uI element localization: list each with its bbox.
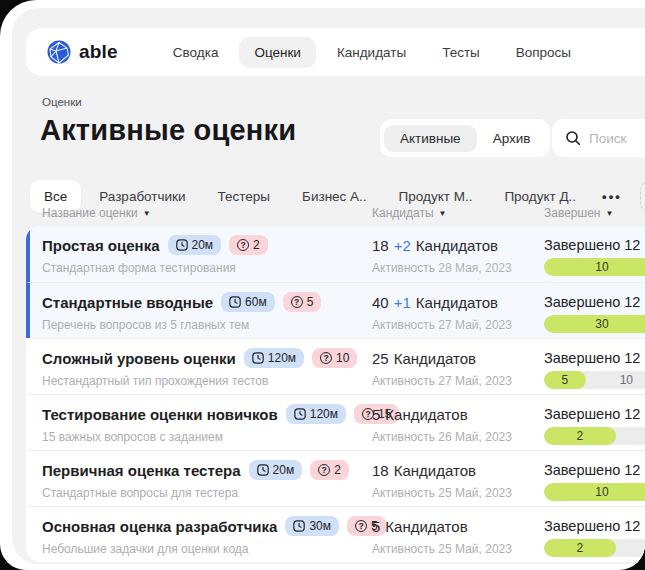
brand-name: able xyxy=(79,41,118,63)
questions-badge: ? 2 xyxy=(310,460,349,480)
activity-date: Активность 25 Май, 2023 xyxy=(372,542,544,556)
candidates-cell: 18 +2 Кандидатов Активность 28 Мая, 2023 xyxy=(372,235,544,282)
sort-arrow-icon[interactable]: ▼ xyxy=(143,209,151,218)
table-row[interactable]: Простая оценка 20м ? 2 xyxy=(26,226,645,282)
question-icon: ? xyxy=(291,296,303,308)
clock-icon xyxy=(257,464,269,476)
progress-bar: 30 xyxy=(544,315,645,333)
assessment-name: Первичная оценка тестера xyxy=(42,462,241,479)
assessment-name-cell: Простая оценка 20м ? 2 xyxy=(42,235,372,282)
assessment-description: Нестандартный тип прохождения тестов xyxy=(42,374,372,388)
search-icon xyxy=(565,130,581,146)
table-row[interactable]: Основная оценка разработчика 30м ? 5 xyxy=(26,506,645,562)
nav-item[interactable]: Сводка xyxy=(158,37,234,68)
progress-fill: 2 xyxy=(544,427,616,445)
assessment-name: Основная оценка разработчика xyxy=(42,518,277,535)
candidates-count: 25 xyxy=(372,350,389,367)
nav-item[interactable]: Кандидаты xyxy=(322,37,421,68)
candidates-count: 18 xyxy=(372,462,389,479)
completed-cell: Завершено 12 30 xyxy=(544,292,645,338)
toggle-option[interactable]: Архив xyxy=(477,125,547,152)
progress-fill: 2 xyxy=(544,539,616,557)
nav-item[interactable]: Оценки xyxy=(239,37,316,68)
clock-icon xyxy=(294,408,306,420)
completed-label: Завершено 12 xyxy=(544,294,645,310)
completed-label: Завершено 12 xyxy=(544,518,645,534)
assessment-name: Тестирование оценки новичков xyxy=(42,406,278,423)
completed-cell: Завершено 12 2 xyxy=(544,516,645,562)
progress-bar: 2 xyxy=(544,427,645,445)
assessment-name-cell: Тестирование оценки новичков 120м ? xyxy=(42,404,372,450)
activity-date: Активность 28 Мая, 2023 xyxy=(372,261,544,275)
completed-label: Завершено 12 xyxy=(544,350,645,366)
progress-value: 10 xyxy=(595,485,608,499)
column-header[interactable]: Название оценки ▼ xyxy=(42,206,372,220)
page-title: Активные оценки xyxy=(40,114,296,147)
completed-cell: Завершено 12 2 xyxy=(544,404,645,450)
assessment-description: Небольшие задачки для оценки кода xyxy=(42,542,372,556)
candidates-cell: 5 Кандидатов Активность 26 Май, 2023 xyxy=(372,404,544,450)
search-input[interactable]: Поиск xyxy=(552,119,645,157)
assessment-description: Перечень вопросов из 5 главных тем xyxy=(42,318,372,332)
candidates-label: Кандидатов xyxy=(416,294,498,311)
progress-value: 2 xyxy=(577,429,584,443)
canvas: able СводкаОценкиКандидатыТестыВопросы О… xyxy=(0,0,645,570)
table-row[interactable]: Первичная оценка тестера 20м ? 2 xyxy=(26,450,645,506)
candidates-count: 40 xyxy=(372,294,389,311)
activity-date: Активность 27 Май, 2023 xyxy=(372,318,544,332)
brand-logo[interactable]: able xyxy=(46,39,118,65)
column-header[interactable]: Кандидаты ▼ xyxy=(372,206,544,220)
candidates-count: 5 xyxy=(372,518,380,535)
question-icon: ? xyxy=(237,239,249,251)
question-icon: ? xyxy=(355,520,367,532)
candidates-cell: 5 Кандидатов Активность 25 Май, 2023 xyxy=(372,516,544,562)
question-icon: ? xyxy=(318,464,330,476)
candidates-label: Кандидатов xyxy=(385,518,467,535)
assessment-name: Сложный уровень оценки xyxy=(42,350,236,367)
main-nav: СводкаОценкиКандидатыТестыВопросы xyxy=(158,37,586,68)
completed-label: Завершено 12 xyxy=(544,462,645,478)
candidates-label: Кандидатов xyxy=(385,406,467,423)
completed-label: Завершено 12 xyxy=(544,237,645,253)
table-row[interactable]: Сложный уровень оценки 120м ? 10 xyxy=(26,338,645,394)
table-row[interactable]: Стандартные вводные 60м ? 5 xyxy=(26,282,645,338)
breadcrumb[interactable]: Оценки xyxy=(42,96,82,108)
assessment-description: Стандартные вопросы для тестера xyxy=(42,486,372,500)
progress-value: 5 xyxy=(562,373,569,387)
progress-fill: 30 xyxy=(544,315,645,333)
sort-arrow-icon[interactable]: ▼ xyxy=(605,209,613,218)
progress-bar: 10 xyxy=(544,483,645,501)
questions-badge: ? 10 xyxy=(312,348,357,368)
duration-badge: 120м xyxy=(286,404,346,424)
search-placeholder: Поиск xyxy=(589,131,626,146)
top-navigation-bar: able СводкаОценкиКандидатыТестыВопросы xyxy=(26,28,645,76)
toggle-option[interactable]: Активные xyxy=(384,125,477,152)
progress-bar: 10 xyxy=(544,258,645,276)
clock-icon xyxy=(293,520,305,532)
progress-remaining-value: 10 xyxy=(593,371,645,389)
column-header[interactable]: Завершен ▼ xyxy=(544,206,645,220)
candidates-cell: 25 Кандидатов Активность 27 Май, 2023 xyxy=(372,348,544,394)
candidates-label: Кандидатов xyxy=(394,350,476,367)
candidates-new-count: +2 xyxy=(394,237,411,254)
table-row[interactable]: Тестирование оценки новичков 120м ? xyxy=(26,394,645,450)
clock-icon xyxy=(252,352,264,364)
nav-item[interactable]: Вопросы xyxy=(501,37,586,68)
assessment-description: 15 важных вопросов с заданием xyxy=(42,430,372,444)
completed-label: Завершено 12 xyxy=(544,406,645,422)
nav-item[interactable]: Тесты xyxy=(427,37,495,68)
completed-cell: Завершено 12 10 xyxy=(544,460,645,506)
progress-value: 2 xyxy=(577,541,584,555)
sort-arrow-icon[interactable]: ▼ xyxy=(439,209,447,218)
candidates-label: Кандидатов xyxy=(416,237,498,254)
assessments-table: Простая оценка 20м ? 2 xyxy=(26,226,645,562)
assessment-name: Стандартные вводные xyxy=(42,294,213,311)
candidates-count: 18 xyxy=(372,237,389,254)
questions-badge: ? 5 xyxy=(283,292,322,312)
progress-value: 30 xyxy=(595,317,608,331)
completed-cell: Завершено 12 10 xyxy=(544,235,645,282)
clock-icon xyxy=(229,296,241,308)
question-icon: ? xyxy=(320,352,332,364)
candidates-new-count: +1 xyxy=(394,294,411,311)
completed-cell: Завершено 12 10 5 xyxy=(544,348,645,394)
